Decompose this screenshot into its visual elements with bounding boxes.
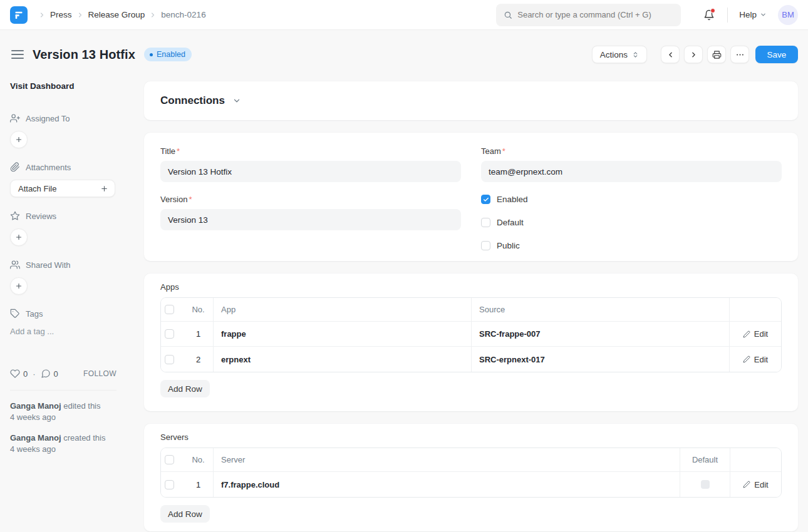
plus-icon [15,282,23,290]
column-header-default: Default [680,448,730,471]
star-icon [10,211,20,221]
chevron-down-icon [232,96,241,105]
title-field-input[interactable]: Version 13 Hotfix [160,161,461,182]
enabled-checkbox[interactable]: Enabled [481,195,782,204]
chevron-right-icon [690,51,698,59]
source-cell[interactable]: SRC-frappe-007 [472,322,730,346]
plus-icon [15,136,23,143]
row-checkbox[interactable] [165,480,174,489]
activity-entry: Ganga Manoj edited this 4 weeks ago [10,401,127,423]
navbar-divider [727,8,728,23]
select-all-checkbox[interactable] [165,455,174,464]
print-button[interactable] [707,46,726,63]
more-options-button[interactable] [730,46,749,63]
apps-section: Apps No. App Source 1 frappe SRC-frappe-… [144,274,798,411]
select-all-checkbox[interactable] [165,305,174,314]
chevron-right-icon [38,11,46,19]
column-header-no: No. [184,448,214,471]
like-count: 0 [23,369,28,379]
notification-dot [710,8,715,13]
row-number: 1 [184,322,214,346]
breadcrumb: Press Release Group bench-0216 [34,10,206,19]
row-checkbox[interactable] [165,329,174,339]
activity-entry: Ganga Manoj created this 4 weeks ago [10,432,127,455]
checkbox-unchecked-icon [481,218,490,227]
prev-document-button[interactable] [661,46,680,63]
connections-section-toggle[interactable]: Connections [144,81,798,120]
table-row[interactable]: 1 frappe SRC-frappe-007 Edit [161,322,781,347]
save-button[interactable]: Save [755,46,798,63]
add-review-button[interactable] [10,228,28,246]
visit-dashboard-link[interactable]: Visit Dashboard [10,81,127,91]
follow-button[interactable]: FOLLOW [83,369,117,378]
connections-label: Connections [160,95,225,107]
default-checkbox[interactable]: Default [481,218,782,227]
comment-count: 0 [54,369,58,379]
next-document-button[interactable] [684,46,703,63]
activity-time: 4 weeks ago [10,444,127,455]
plus-icon [100,185,108,193]
attachments-label: Attachments [26,163,71,172]
notifications-button[interactable] [703,9,715,21]
row-checkbox[interactable] [165,355,174,364]
default-checkbox-label: Default [497,218,524,227]
servers-table-header: No. Server Default [161,448,781,472]
table-row[interactable]: 2 erpnext SRC-erpnext-017 Edit [161,347,781,372]
breadcrumb-item-current: bench-0216 [161,10,205,19]
attach-file-label: Attach File [18,184,56,193]
search-input[interactable] [517,10,673,19]
global-search[interactable] [496,4,681,26]
tags-label: Tags [26,309,43,319]
team-field-label: Team* [481,146,782,156]
actions-dropdown[interactable]: Actions [592,46,647,63]
apps-table-header: No. App Source [161,298,781,322]
row-number: 2 [184,347,214,372]
edit-row-button[interactable]: Edit [743,355,768,364]
row-number: 1 [184,472,214,497]
help-label: Help [739,10,757,19]
chevron-right-icon [149,11,157,19]
add-tag-input[interactable]: Add a tag ... [10,327,127,336]
apps-label: Apps [160,282,782,292]
users-icon [10,260,20,270]
user-plus-icon [10,113,20,123]
page-title: Version 13 Hotfix [33,48,135,62]
edit-row-button[interactable]: Edit [743,480,768,489]
heart-icon[interactable] [10,369,20,379]
sidebar-toggle-icon[interactable] [11,50,24,59]
attach-file-button[interactable]: Attach File [10,180,115,197]
activity-action: edited this [61,401,101,411]
activity-time: 4 weeks ago [10,412,127,423]
activity-user: Ganga Manoj [10,401,61,411]
team-field-input[interactable]: team@erpnext.com [481,161,782,182]
server-cell[interactable]: f7.frappe.cloud [214,472,680,497]
shared-with-section: Shared With [10,260,127,270]
status-badge: Enabled [144,48,192,61]
apps-add-row-button[interactable]: Add Row [160,380,210,397]
servers-section: Servers No. Server Default 1 f7.frappe.c… [144,424,798,531]
pencil-icon [743,356,750,363]
breadcrumb-item-release-group[interactable]: Release Group [88,10,145,19]
frappe-logo-icon[interactable] [10,6,28,24]
table-row[interactable]: 1 f7.frappe.cloud Edit [161,472,781,497]
checkbox-checked-icon [481,195,490,204]
assigned-to-label: Assigned To [26,114,70,123]
add-share-button[interactable] [10,277,28,295]
chevron-right-icon [76,11,84,19]
add-assignment-button[interactable] [10,131,28,148]
plus-icon [15,233,23,241]
selector-icon [632,51,639,58]
breadcrumb-item-press[interactable]: Press [50,10,72,19]
comment-icon[interactable] [41,369,51,379]
source-cell[interactable]: SRC-erpnext-017 [472,347,730,372]
servers-add-row-button[interactable]: Add Row [160,505,210,523]
edit-row-button[interactable]: Edit [743,329,768,339]
user-avatar[interactable]: BM [778,5,798,25]
version-field-input[interactable]: Version 13 [160,209,461,230]
public-checkbox-label: Public [497,241,520,250]
activity-action: created this [61,433,106,442]
app-cell[interactable]: frappe [214,322,472,346]
app-cell[interactable]: erpnext [214,347,472,372]
help-menu[interactable]: Help [739,10,767,19]
public-checkbox[interactable]: Public [481,241,782,250]
